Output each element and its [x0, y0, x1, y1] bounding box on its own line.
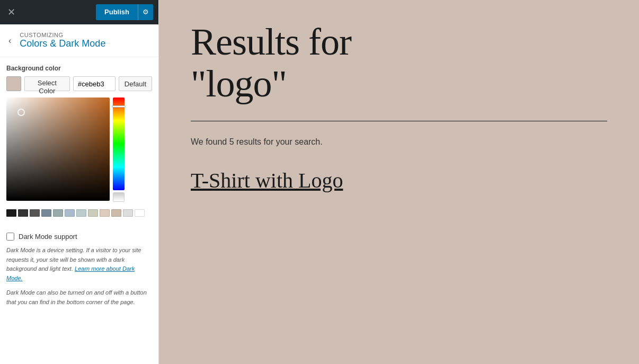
swatch-11[interactable]	[123, 209, 133, 217]
hex-input[interactable]	[73, 76, 116, 91]
swatch-3[interactable]	[30, 209, 40, 217]
color-gradient[interactable]	[6, 97, 110, 201]
section-header-text: Customizing Colors & Dark Mode	[20, 32, 105, 49]
swatch-6[interactable]	[65, 209, 75, 217]
section-header: ‹ Customizing Colors & Dark Mode	[0, 24, 158, 57]
swatch-8[interactable]	[88, 209, 98, 217]
dark-mode-row: Dark Mode support	[6, 233, 152, 241]
top-bar: ✕ Publish ⚙	[0, 0, 158, 24]
color-picker	[6, 97, 152, 202]
default-button[interactable]: Default	[119, 76, 152, 91]
opacity-slider[interactable]	[113, 192, 125, 202]
swatch-2[interactable]	[18, 209, 28, 217]
swatch-12[interactable]	[135, 209, 145, 217]
color-swatch[interactable]	[6, 76, 21, 91]
main-content: Results for "logo" We found 5 results fo…	[159, 0, 639, 364]
color-input-row: Select Color Default	[6, 76, 152, 91]
customizer-panel: ✕ Publish ⚙ ‹ Customizing Colors & Dark …	[0, 0, 159, 364]
swatch-9[interactable]	[100, 209, 110, 217]
swatch-5[interactable]	[53, 209, 63, 217]
close-button[interactable]: ✕	[5, 5, 17, 19]
picker-handle[interactable]	[17, 109, 25, 116]
dark-mode-checkbox-label[interactable]: Dark Mode support	[19, 233, 77, 241]
dark-mode-description2: Dark Mode can also be turned on and off …	[6, 288, 152, 307]
back-button[interactable]: ‹	[5, 35, 14, 47]
select-color-button[interactable]: Select Color	[24, 76, 70, 91]
swatch-1[interactable]	[6, 209, 16, 217]
swatch-4[interactable]	[41, 209, 51, 217]
swatch-7[interactable]	[76, 209, 86, 217]
customizing-label: Customizing	[20, 32, 105, 38]
gear-icon: ⚙	[143, 8, 149, 16]
publish-settings-button[interactable]: ⚙	[138, 4, 153, 20]
background-color-label: Background color	[6, 65, 152, 72]
hue-handle	[112, 105, 126, 108]
results-count: We found 5 results for your search.	[191, 137, 607, 147]
hue-slider-wrapper	[113, 97, 125, 202]
section-title: Colors & Dark Mode	[20, 38, 105, 49]
divider	[191, 121, 607, 121]
publish-button[interactable]: Publish	[96, 4, 138, 20]
dark-mode-checkbox[interactable]	[6, 233, 14, 241]
product-title[interactable]: T-Shirt with Logo	[191, 168, 607, 193]
swatches-row	[6, 209, 152, 217]
swatch-10[interactable]	[111, 209, 121, 217]
dark-mode-description1: Dark Mode is a device setting. If a visi…	[6, 246, 152, 283]
search-results-title: Results for "logo"	[191, 21, 607, 105]
publish-area: Publish ⚙	[96, 4, 153, 20]
panel-content: Background color Select Color Default	[0, 57, 158, 233]
dark-mode-section: Dark Mode support Dark Mode is a device …	[0, 233, 158, 307]
hue-slider[interactable]	[113, 97, 125, 190]
